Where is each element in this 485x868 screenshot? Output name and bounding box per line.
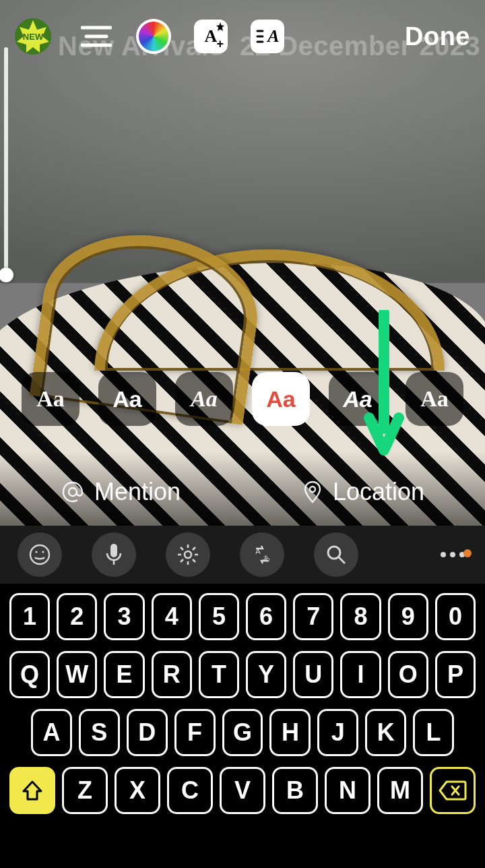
notification-dot-icon (463, 549, 472, 557)
keyboard-row-zxcv: Z X C V B N M (9, 767, 476, 814)
text-editor-toolbar: NEW A + A Done (0, 9, 485, 63)
key-o[interactable]: O (388, 651, 428, 698)
key-b[interactable]: B (272, 767, 318, 814)
keyboard-row-asdf: A S D F G H J K L (9, 709, 476, 756)
svg-point-5 (69, 488, 77, 496)
keyboard-row-qwerty: Q W E R T Y U I O P (9, 651, 476, 698)
done-button[interactable]: Done (405, 22, 470, 51)
key-0[interactable]: 0 (435, 593, 476, 640)
svg-point-15 (328, 547, 340, 559)
svg-text:NEW: NEW (23, 32, 44, 42)
font-style-option-3[interactable]: Aa (175, 372, 233, 426)
key-l[interactable]: L (413, 709, 454, 756)
voice-input-button[interactable] (92, 532, 136, 577)
new-badge-icon: NEW (15, 18, 51, 55)
svg-point-12 (185, 551, 191, 558)
key-n[interactable]: N (325, 767, 370, 814)
font-style-option-6[interactable]: Aa (406, 372, 463, 426)
key-v[interactable]: V (220, 767, 265, 814)
key-r[interactable]: R (152, 651, 192, 698)
svg-text:あ: あ (263, 554, 270, 562)
keyboard-settings-button[interactable] (166, 532, 210, 577)
key-y[interactable]: Y (246, 651, 286, 698)
key-9[interactable]: 9 (388, 593, 428, 640)
key-p[interactable]: P (435, 651, 476, 698)
key-4[interactable]: 4 (152, 593, 192, 640)
key-c[interactable]: C (167, 767, 213, 814)
key-k[interactable]: K (365, 709, 406, 756)
key-q[interactable]: Q (9, 651, 50, 698)
font-style-option-4[interactable]: Aa (252, 372, 310, 426)
location-label: Location (333, 478, 424, 506)
key-shift[interactable] (9, 767, 55, 814)
key-g[interactable]: G (222, 709, 263, 756)
font-style-option-2[interactable]: Aa (98, 372, 156, 426)
keyboard-row-numbers: 1 2 3 4 5 6 7 8 9 0 (9, 593, 476, 640)
key-1[interactable]: 1 (9, 593, 50, 640)
key-a[interactable]: A (31, 709, 72, 756)
keyboard-more-button[interactable] (438, 552, 467, 557)
translate-button[interactable]: Aあ (240, 532, 284, 577)
key-w[interactable]: W (57, 651, 97, 698)
key-f[interactable]: F (174, 709, 216, 756)
key-e[interactable]: E (104, 651, 144, 698)
text-effect-button[interactable]: A (251, 20, 284, 53)
key-6[interactable]: 6 (246, 593, 286, 640)
svg-point-6 (310, 487, 315, 492)
key-3[interactable]: 3 (104, 593, 144, 640)
key-i[interactable]: I (340, 651, 381, 698)
key-2[interactable]: 2 (57, 593, 97, 640)
font-style-option-1[interactable]: Aa (22, 372, 79, 426)
emoji-button[interactable] (18, 532, 62, 577)
key-t[interactable]: T (199, 651, 239, 698)
key-8[interactable]: 8 (340, 593, 381, 640)
keyboard-toolbar: Aあ (0, 526, 485, 584)
svg-point-7 (30, 545, 49, 564)
key-u[interactable]: U (293, 651, 333, 698)
key-d[interactable]: D (127, 709, 168, 756)
key-backspace[interactable] (430, 767, 476, 814)
key-s[interactable]: S (79, 709, 120, 756)
text-align-button[interactable] (79, 20, 113, 53)
mention-button[interactable]: Mention (0, 478, 243, 506)
on-screen-keyboard: 1 2 3 4 5 6 7 8 9 0 Q W E R T Y U I O P … (0, 584, 485, 868)
key-5[interactable]: 5 (199, 593, 239, 640)
key-h[interactable]: H (269, 709, 311, 756)
text-size-slider[interactable] (4, 47, 8, 280)
svg-point-9 (42, 551, 44, 553)
key-x[interactable]: X (115, 767, 160, 814)
key-7[interactable]: 7 (293, 593, 333, 640)
mention-label: Mention (94, 478, 181, 506)
svg-point-8 (35, 551, 37, 553)
font-style-option-5[interactable]: Aa (329, 372, 387, 426)
keyboard-search-button[interactable] (314, 532, 358, 577)
story-background (0, 0, 485, 526)
svg-text:A: A (255, 547, 261, 555)
story-suggestion-bar: Mention Location (0, 460, 485, 524)
key-j[interactable]: J (317, 709, 358, 756)
key-z[interactable]: Z (62, 767, 108, 814)
location-button[interactable]: Location (243, 478, 485, 506)
text-style-button[interactable]: A + (194, 20, 228, 53)
svg-line-16 (339, 557, 345, 563)
font-style-picker: Aa Aa Aa Aa Aa Aa (0, 372, 485, 426)
svg-rect-10 (110, 544, 117, 557)
key-m[interactable]: M (377, 767, 423, 814)
color-picker-button[interactable] (136, 19, 171, 54)
